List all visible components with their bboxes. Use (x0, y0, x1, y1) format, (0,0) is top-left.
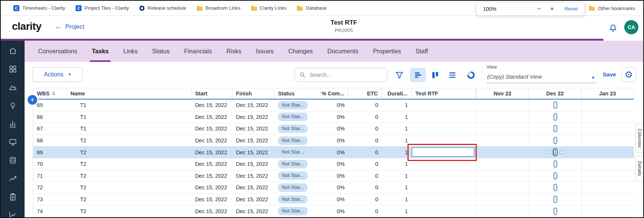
save-button[interactable]: Save (603, 71, 616, 78)
clarity-favicon-icon: C (13, 5, 19, 11)
gantt-cell (529, 146, 581, 158)
gantt-bar[interactable] (553, 160, 557, 168)
notifications-bell-icon[interactable] (608, 22, 618, 32)
cell-test_rtf (412, 170, 476, 182)
wbs-sort-icon[interactable]: ⇅ (52, 91, 55, 96)
clipboard-icon[interactable] (9, 193, 17, 201)
gantt-bar[interactable] (553, 113, 557, 121)
column-header-finish[interactable]: Finish (232, 88, 275, 99)
table-row[interactable]: 66T1Dec 15, 2022Dec 15, 2022Not Star...0… (33, 111, 634, 123)
gantt-bar[interactable] (553, 196, 557, 203)
gantt-cell (581, 205, 634, 217)
gantt-drag-handle-left[interactable] (548, 151, 551, 154)
pie-chart-view-button[interactable] (463, 68, 479, 82)
database-icon[interactable] (9, 156, 17, 165)
tab-issues[interactable]: Issues (256, 41, 274, 62)
column-header-duration[interactable]: Durati... (382, 88, 412, 99)
table-row[interactable]: 73T2Dec 15, 2022Dec 15, 2022Not Star...0… (33, 194, 634, 206)
tab-financials[interactable]: Financials (184, 41, 212, 62)
column-header-test_rtf[interactable]: Test RTF (412, 88, 476, 99)
view-toggle-board-button[interactable] (427, 68, 443, 82)
tab-documents[interactable]: Documents (327, 41, 358, 62)
cell-value: 0 (375, 161, 378, 167)
column-header-name[interactable]: Name (67, 88, 191, 99)
table-row[interactable]: 69T2Dec 15, 2022Dec 15, 2022Not Star...0… (33, 146, 634, 158)
tab-links[interactable]: Links (123, 41, 138, 62)
search-input[interactable] (310, 72, 383, 78)
cell-finish: Dec 15, 2022 (232, 205, 275, 217)
bookmark-item[interactable]: Broadcom LInks (197, 5, 241, 11)
avatar[interactable]: CA (624, 20, 638, 34)
tasks-grid: WBS⇅NameStartFinishStatus% Com...ETCDura… (33, 88, 634, 217)
actions-button[interactable]: Actions ▼ (33, 67, 83, 82)
table-row[interactable]: 74T2Dec 15, 2022Dec 15, 2022Not Star...0… (33, 205, 634, 217)
gantt-bar[interactable] (553, 137, 557, 144)
cell-pct: 0% (321, 123, 348, 135)
gantt-bar[interactable] (553, 172, 557, 180)
column-header-start[interactable]: Start (191, 88, 232, 99)
cell-wbs: 69 (33, 146, 67, 158)
column-header-wbs[interactable]: WBS⇅ (33, 88, 67, 99)
lightbulb-icon[interactable] (9, 101, 17, 110)
table-row[interactable]: 67T1Dec 15, 2022Dec 15, 2022Not Star...0… (33, 123, 634, 135)
other-bookmarks-button[interactable]: Other bookmarks (589, 1, 635, 16)
gantt-month-label: Jan 23 (599, 91, 616, 97)
clarity-logo[interactable]: clarity (12, 20, 41, 32)
monitor-icon[interactable] (9, 138, 17, 146)
table-row[interactable]: 70T2Dec 15, 2022Dec 15, 2022Not Star...0… (33, 158, 634, 170)
chart-icon[interactable] (9, 211, 17, 217)
gantt-bar[interactable] (553, 208, 557, 215)
tab-properties[interactable]: Properties (373, 41, 401, 62)
column-header-status[interactable]: Status (274, 88, 321, 99)
settings-gear-button[interactable]: ⚙ (621, 67, 636, 82)
side-tab-details[interactable]: Details (635, 156, 643, 181)
gantt-bar[interactable] (553, 184, 557, 191)
table-row[interactable]: 68T2Dec 15, 2022Dec 15, 2022Not Star...0… (33, 135, 634, 147)
gantt-drag-handle-right[interactable] (559, 151, 563, 154)
tab-status[interactable]: Status (152, 41, 170, 62)
table-row[interactable]: 65T1Dec 15, 2022Dec 15, 2022Not Star...0… (33, 99, 634, 111)
view-toggle-gantt-button[interactable] (410, 68, 426, 82)
view-select-dropdown[interactable]: View (Copy) Standard View ▼ (486, 64, 597, 83)
view-toggle-list-button[interactable] (444, 68, 460, 82)
gantt-month-label: Nov 22 (494, 91, 511, 97)
side-tab-columns[interactable]: Columns (635, 123, 643, 153)
bookmark-item[interactable]: CProject Tiles - Clarity (76, 5, 129, 11)
gantt-bar[interactable] (553, 125, 557, 132)
tab-risks[interactable]: Risks (226, 41, 241, 62)
cell-wbs: 73 (33, 194, 67, 205)
bar-chart-icon[interactable] (9, 120, 17, 128)
tab-tasks[interactable]: Tasks (92, 41, 109, 62)
gantt-bar[interactable] (553, 148, 558, 156)
cell-start: Dec 15, 2022 (191, 170, 232, 182)
bookmark-item[interactable]: CTimesheets - Clarity (13, 5, 65, 11)
add-task-button[interactable]: + (28, 95, 37, 105)
trend-icon[interactable] (9, 174, 17, 183)
column-header-pct[interactable]: % Com... (321, 88, 348, 99)
filter-button[interactable] (391, 68, 407, 82)
grid-icon[interactable] (9, 65, 17, 73)
bookmark-item[interactable]: Clarity LInks (251, 5, 287, 11)
zoom-out-button[interactable]: − (537, 5, 541, 12)
tab-changes[interactable]: Changes (288, 41, 313, 62)
tab-conversations[interactable]: Conversations (38, 41, 77, 62)
bookmark-item[interactable]: Database (297, 5, 327, 11)
cell-pct: 0% (321, 99, 348, 111)
cell-value: 0% (337, 196, 345, 202)
table-row[interactable]: 71T2Dec 15, 2022Dec 15, 2022Not Star...0… (33, 170, 634, 182)
zoom-reset-button[interactable]: Reset (565, 6, 578, 12)
cell-editor-input[interactable] (412, 147, 475, 157)
cell-test_rtf (412, 123, 476, 135)
home-icon[interactable] (9, 47, 17, 55)
mountain-icon[interactable] (9, 83, 17, 92)
cell-value: T2 (80, 149, 86, 155)
table-row[interactable]: 72T2Dec 15, 2022Dec 15, 2022Not Star...0… (33, 182, 634, 194)
cell-value: 67 (37, 126, 43, 132)
bookmark-item[interactable]: Release schedule (139, 5, 186, 11)
cell-value: T2 (80, 208, 86, 214)
column-header-etc[interactable]: ETC (348, 88, 382, 99)
back-to-project-link[interactable]: ← Project (55, 23, 84, 30)
tab-staff[interactable]: Staff (415, 41, 428, 62)
zoom-in-button[interactable]: + (550, 5, 554, 12)
gantt-bar[interactable] (553, 101, 557, 109)
